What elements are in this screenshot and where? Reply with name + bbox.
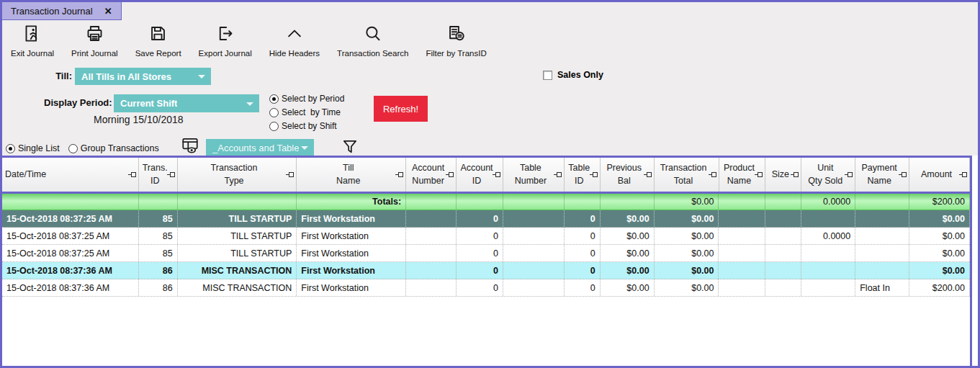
refresh-button[interactable]: Refresh!: [374, 96, 428, 122]
column-header-table-number[interactable]: Table Number: [503, 158, 565, 192]
column-preset-dropdown[interactable]: _Accounts and Table: [206, 139, 314, 156]
table-cell: [503, 279, 565, 296]
pin-icon[interactable]: [446, 171, 454, 178]
table-cell: [855, 194, 909, 210]
totals-row[interactable]: Totals:$0.000.0000$200.00: [2, 194, 970, 210]
pin-icon[interactable]: [959, 171, 967, 178]
till-dropdown[interactable]: All Tills in All Stores: [75, 68, 211, 85]
radio-select-by-period[interactable]: Select by Period: [269, 94, 344, 104]
table-cell: 15-Oct-2018 08:37:25 AM: [2, 245, 139, 261]
table-cell: 0: [457, 210, 503, 227]
chevron-down-icon: [301, 146, 308, 150]
table-cell: First Workstation: [297, 245, 406, 261]
table-cell: 0: [457, 228, 503, 244]
transaction-search-button[interactable]: Transaction Search: [333, 24, 413, 58]
column-header-date-time[interactable]: Date/Time: [2, 158, 139, 192]
table-cell: 0: [565, 228, 601, 244]
radio-select-by-shift[interactable]: Select by Shift: [269, 121, 344, 131]
pin-icon[interactable]: [590, 171, 598, 178]
pin-icon[interactable]: [644, 171, 652, 178]
table-cell: $0.00: [655, 210, 719, 227]
toolbar-label: Hide Headers: [269, 49, 320, 58]
tab-title: Transaction Journal: [11, 6, 93, 17]
exit-journal-icon: [23, 24, 42, 46]
table-cell: $0.00: [655, 194, 719, 210]
table-cell: $0.00: [655, 245, 719, 261]
table-row[interactable]: 15-Oct-2018 08:37:25 AM85TILL STARTUPFir…: [2, 210, 970, 228]
column-header-table-id[interactable]: Table ID: [565, 158, 601, 192]
filter-by-transid-button[interactable]: Filter by TransID: [421, 24, 490, 58]
radio-select-by-time[interactable]: Select by Time: [269, 107, 344, 117]
table-cell: $0.00: [909, 210, 970, 227]
table-cell: [855, 210, 909, 227]
pin-icon[interactable]: [554, 171, 562, 178]
table-cell: [719, 210, 765, 227]
table-cell: First Workstation: [297, 228, 406, 244]
radio-single-list[interactable]: Single List: [6, 143, 60, 153]
tab-transaction-journal[interactable]: Transaction Journal ✕: [2, 2, 122, 20]
print-journal-button[interactable]: Print Journal: [67, 24, 122, 58]
table-cell: [406, 245, 457, 261]
table-cell: 0: [565, 210, 601, 227]
column-header-label: Date/Time: [2, 169, 53, 181]
column-header-account-number[interactable]: Account Number: [406, 158, 457, 192]
pin-icon[interactable]: [286, 171, 294, 178]
column-header-till-name[interactable]: Till Name: [297, 158, 406, 192]
radio-icon: [269, 94, 279, 104]
table-cell: 86: [139, 279, 178, 296]
toolbar-label: Export Journal: [199, 49, 252, 58]
column-chooser-button[interactable]: [180, 136, 200, 158]
chevron-down-icon: [198, 75, 205, 78]
table-row[interactable]: 15-Oct-2018 08:37:25 AM85TILL STARTUPFir…: [2, 228, 970, 245]
column-header-payment-name[interactable]: Payment Name: [855, 158, 909, 192]
table-cell: [565, 194, 601, 210]
pin-icon[interactable]: [709, 171, 716, 178]
close-icon[interactable]: ✕: [104, 6, 112, 17]
sales-only-checkbox[interactable]: Sales Only: [543, 70, 603, 80]
table-row[interactable]: 15-Oct-2018 08:37:36 AM86MISC TRANSACTIO…: [2, 262, 970, 279]
hide-headers-icon: [284, 24, 305, 46]
column-header-unit-qty-sold[interactable]: Unit Qty Sold: [801, 158, 855, 192]
export-journal-button[interactable]: Export Journal: [194, 24, 256, 58]
column-header-label: Unit Qty Sold: [806, 162, 850, 187]
pin-icon[interactable]: [845, 171, 853, 178]
table-cell: $0.00: [909, 245, 970, 261]
period-select-radio-group: Select by Period Select by Time Select b…: [269, 94, 344, 131]
column-header-size[interactable]: Size: [765, 158, 801, 192]
table-cell: 15-Oct-2018 08:37:36 AM: [2, 279, 139, 296]
column-header-previous-bal[interactable]: Previous Bal: [601, 158, 655, 192]
column-header-product-name[interactable]: Product Name: [719, 158, 766, 192]
column-header-transaction-total[interactable]: Transaction Total: [655, 158, 719, 192]
hide-headers-button[interactable]: Hide Headers: [265, 24, 324, 58]
table-cell: Float In: [855, 279, 909, 296]
table-cell: $0.00: [601, 210, 655, 227]
table-row[interactable]: 15-Oct-2018 08:37:36 AM86MISC TRANSACTIO…: [2, 279, 970, 297]
pin-icon[interactable]: [128, 171, 136, 178]
column-header-label: Transaction Type: [210, 162, 265, 187]
table-cell: [503, 245, 565, 261]
column-header-transaction-type[interactable]: Transaction Type: [178, 158, 297, 192]
pin-icon[interactable]: [899, 171, 907, 178]
table-cell: 0: [565, 262, 601, 279]
period-detail-text: Morning 15/10/2018: [94, 114, 184, 125]
save-report-button[interactable]: Save Report: [131, 24, 186, 58]
table-row[interactable]: 15-Oct-2018 08:37:25 AM85TILL STARTUPFir…: [2, 245, 970, 262]
table-cell: [601, 194, 655, 210]
table-cell: 0: [565, 279, 601, 296]
column-header-trans-id[interactable]: Trans. ID: [139, 158, 178, 192]
pin-icon[interactable]: [493, 171, 500, 178]
table-cell: [801, 262, 855, 279]
pin-icon[interactable]: [755, 171, 763, 178]
radio-group-transactions[interactable]: Group Transactions: [68, 143, 159, 153]
list-mode-radio-group: Single List Group Transactions: [6, 143, 159, 153]
table-cell: 85: [139, 228, 178, 244]
pin-icon[interactable]: [395, 171, 403, 178]
display-period-dropdown[interactable]: Current Shift: [114, 94, 259, 112]
export-journal-icon: [215, 24, 235, 46]
exit-journal-button[interactable]: Exit Journal: [6, 24, 58, 58]
table-cell: $0.00: [601, 262, 655, 279]
pin-icon[interactable]: [791, 171, 799, 178]
column-header-account-id[interactable]: Account ID: [457, 158, 503, 192]
column-header-amount[interactable]: Amount: [909, 158, 970, 192]
pin-icon[interactable]: [167, 171, 175, 178]
